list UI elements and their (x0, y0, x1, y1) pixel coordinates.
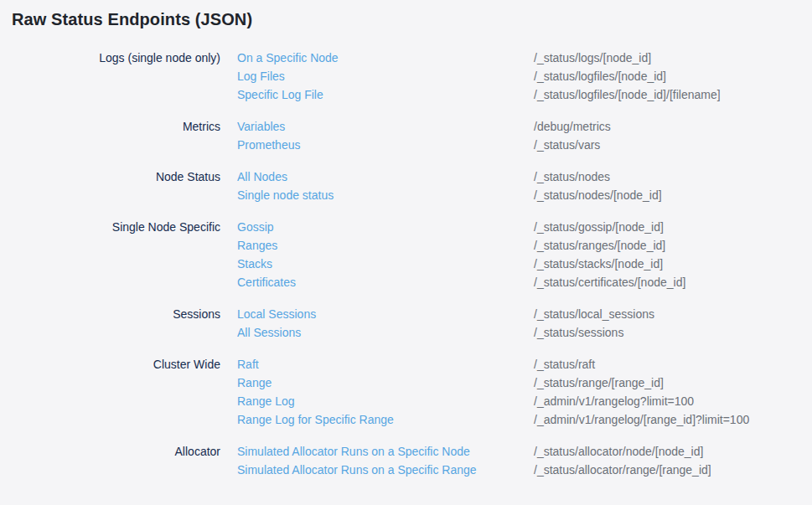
category-label: Logs (single node only) (0, 49, 237, 104)
endpoint-path: /_status/certificates/[node_id] (534, 273, 685, 291)
endpoint-row: Range /_status/range/[range_id] (237, 374, 812, 392)
endpoint-row: Simulated Allocator Runs on a Specific R… (237, 461, 812, 479)
endpoint-path: /debug/metrics (534, 117, 611, 136)
endpoint-link[interactable]: Range Log (237, 392, 534, 410)
endpoint-rows: On a Specific Node /_status/logs/[node_i… (237, 49, 812, 104)
category-label: Node Status (0, 167, 237, 204)
endpoint-rows: Gossip /_status/gossip/[node_id] Ranges … (237, 218, 812, 291)
endpoint-row: Stacks /_status/stacks/[node_id] (237, 255, 812, 273)
endpoint-link[interactable]: On a Specific Node (237, 49, 534, 67)
endpoint-link[interactable]: All Sessions (237, 323, 534, 342)
endpoint-row: Simulated Allocator Runs on a Specific N… (237, 442, 812, 461)
endpoint-rows: All Nodes /_status/nodes Single node sta… (237, 167, 812, 204)
endpoint-row: Raft /_status/raft (237, 355, 812, 374)
endpoint-row: Range Log for Specific Range /_admin/v1/… (237, 410, 812, 429)
endpoint-path: /_status/allocator/node/[node_id] (534, 442, 703, 461)
endpoint-link[interactable]: Ranges (237, 236, 534, 255)
endpoint-link[interactable]: Range (237, 374, 534, 392)
endpoint-link[interactable]: Certificates (237, 273, 534, 291)
endpoint-link[interactable]: Stacks (237, 255, 534, 273)
category-label: Sessions (0, 305, 237, 342)
endpoint-group: Metrics Variables /debug/metrics Prometh… (0, 117, 812, 154)
endpoint-link[interactable]: All Nodes (237, 167, 534, 186)
endpoint-link[interactable]: Simulated Allocator Runs on a Specific R… (237, 461, 534, 479)
endpoint-row: Log Files /_status/logfiles/[node_id] (237, 67, 812, 85)
endpoint-path: /_status/range/[range_id] (534, 374, 664, 392)
endpoint-group: Allocator Simulated Allocator Runs on a … (0, 442, 812, 479)
endpoint-path: /_status/logfiles/[node_id]/[filename] (534, 85, 721, 104)
endpoint-group: Single Node Specific Gossip /_status/gos… (0, 218, 812, 291)
endpoint-row: Gossip /_status/gossip/[node_id] (237, 218, 812, 236)
endpoint-row: Range Log /_admin/v1/rangelog?limit=100 (237, 392, 812, 410)
endpoint-rows: Simulated Allocator Runs on a Specific N… (237, 442, 812, 479)
endpoint-path: /_admin/v1/rangelog?limit=100 (534, 392, 694, 410)
endpoint-rows: Local Sessions /_status/local_sessions A… (237, 305, 812, 342)
endpoint-link[interactable]: Log Files (237, 67, 534, 85)
category-label: Metrics (0, 117, 237, 154)
endpoint-path: /_admin/v1/rangelog/[range_id]?limit=100 (534, 410, 749, 429)
endpoint-row: Variables /debug/metrics (237, 117, 812, 136)
endpoint-link[interactable]: Range Log for Specific Range (237, 410, 534, 429)
endpoint-group: Sessions Local Sessions /_status/local_s… (0, 305, 812, 342)
page-title: Raw Status Endpoints (JSON) (12, 9, 812, 29)
category-label: Allocator (0, 442, 237, 479)
endpoint-path: /_status/logs/[node_id] (534, 49, 651, 67)
endpoint-link[interactable]: Prometheus (237, 136, 534, 154)
category-label: Single Node Specific (0, 218, 237, 291)
endpoint-row: Ranges /_status/ranges/[node_id] (237, 236, 812, 255)
endpoint-row: Specific Log File /_status/logfiles/[nod… (237, 85, 812, 104)
endpoint-path: /_status/local_sessions (534, 305, 654, 323)
endpoint-group: Cluster Wide Raft /_status/raft Range /_… (0, 355, 812, 429)
endpoint-group: Logs (single node only) On a Specific No… (0, 49, 812, 104)
category-label: Cluster Wide (0, 355, 237, 429)
endpoint-link[interactable]: Simulated Allocator Runs on a Specific N… (237, 442, 534, 461)
endpoint-row: Local Sessions /_status/local_sessions (237, 305, 812, 323)
endpoint-path: /_status/logfiles/[node_id] (534, 67, 666, 85)
endpoint-path: /_status/nodes/[node_id] (534, 186, 662, 204)
endpoint-row: Certificates /_status/certificates/[node… (237, 273, 812, 291)
endpoint-link[interactable]: Variables (237, 117, 534, 136)
endpoint-path: /_status/vars (534, 136, 600, 154)
endpoint-link[interactable]: Local Sessions (237, 305, 534, 323)
endpoint-link[interactable]: Specific Log File (237, 85, 534, 104)
endpoint-path: /_status/stacks/[node_id] (534, 255, 663, 273)
endpoint-link[interactable]: Gossip (237, 218, 534, 236)
endpoint-row: On a Specific Node /_status/logs/[node_i… (237, 49, 812, 67)
endpoint-path: /_status/nodes (534, 167, 610, 186)
endpoint-link[interactable]: Raft (237, 355, 534, 374)
endpoint-link[interactable]: Single node status (237, 186, 534, 204)
endpoint-row: Single node status /_status/nodes/[node_… (237, 186, 812, 204)
debug-endpoints-page: Raw Status Endpoints (JSON) Logs (single… (0, 0, 812, 479)
endpoint-path: /_status/gossip/[node_id] (534, 218, 664, 236)
endpoint-group: Node Status All Nodes /_status/nodes Sin… (0, 167, 812, 204)
endpoint-row: All Nodes /_status/nodes (237, 167, 812, 186)
endpoint-rows: Raft /_status/raft Range /_status/range/… (237, 355, 812, 429)
endpoint-path: /_status/raft (534, 355, 595, 374)
endpoint-row: All Sessions /_status/sessions (237, 323, 812, 342)
endpoint-path: /_status/ranges/[node_id] (534, 236, 665, 255)
endpoint-path: /_status/allocator/range/[range_id] (534, 461, 711, 479)
endpoint-path: /_status/sessions (534, 323, 623, 342)
endpoint-row: Prometheus /_status/vars (237, 136, 812, 154)
endpoint-rows: Variables /debug/metrics Prometheus /_st… (237, 117, 812, 154)
endpoint-groups: Logs (single node only) On a Specific No… (0, 49, 812, 479)
